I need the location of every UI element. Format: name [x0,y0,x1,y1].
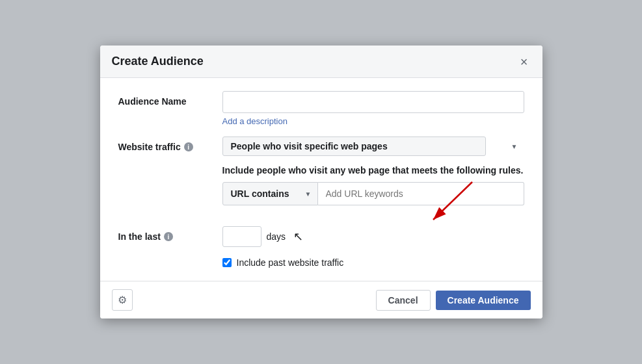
create-audience-button[interactable]: Create Audience [436,291,531,310]
footer-actions: Cancel Create Audience [376,290,531,311]
close-button[interactable]: × [518,55,531,68]
url-select-wrap: URL contains URL equals URL starts with … [222,182,318,205]
audience-name-control: Add a description [222,91,524,126]
audience-name-input[interactable] [222,91,524,113]
modal-header: Create Audience × [100,46,542,78]
include-rule-text: Include people who visit any web page th… [222,165,524,176]
audience-name-row: Audience Name Add a description [118,91,524,126]
cancel-button[interactable]: Cancel [376,290,431,311]
website-traffic-select-wrap: People who visit specific web pages Anyo… [222,136,524,156]
include-past-traffic-row: Include past website traffic [222,257,524,268]
website-traffic-select[interactable]: People who visit specific web pages Anyo… [222,136,486,156]
add-description-link[interactable]: Add a description [222,116,524,126]
url-row-wrapper: URL contains URL equals URL starts with … [222,182,524,216]
modal-title: Create Audience [112,55,204,68]
website-traffic-row: Website traffic i People who visit speci… [118,136,524,216]
days-input[interactable]: 30 [222,226,261,247]
modal-body: Audience Name Add a description Website … [100,78,542,281]
in-last-row: In the last i 30 days ↖ [118,226,524,247]
website-traffic-label: Website traffic i [118,136,222,152]
website-traffic-control: People who visit specific web pages Anyo… [222,136,524,216]
gear-button[interactable]: ⚙ [112,289,133,311]
url-condition-select[interactable]: URL contains URL equals URL starts with … [222,182,318,205]
website-traffic-info-icon: i [184,142,193,151]
url-keyword-input[interactable] [318,182,524,205]
include-past-traffic-checkbox[interactable] [222,258,232,267]
days-label: days [267,231,286,242]
in-last-info-icon: i [164,232,173,241]
include-past-traffic-label: Include past website traffic [237,257,344,268]
cursor-icon: ↖ [293,229,303,244]
create-audience-modal: Create Audience × Audience Name Add a de… [100,46,542,318]
in-last-control: 30 days ↖ [222,226,524,247]
url-condition-row: URL contains URL equals URL starts with … [222,182,524,205]
in-last-label: In the last i [118,226,222,242]
modal-footer: ⚙ Cancel Create Audience [100,281,542,318]
gear-icon: ⚙ [118,294,127,306]
overlay: Create Audience × Audience Name Add a de… [0,0,642,364]
audience-name-label: Audience Name [118,91,222,107]
